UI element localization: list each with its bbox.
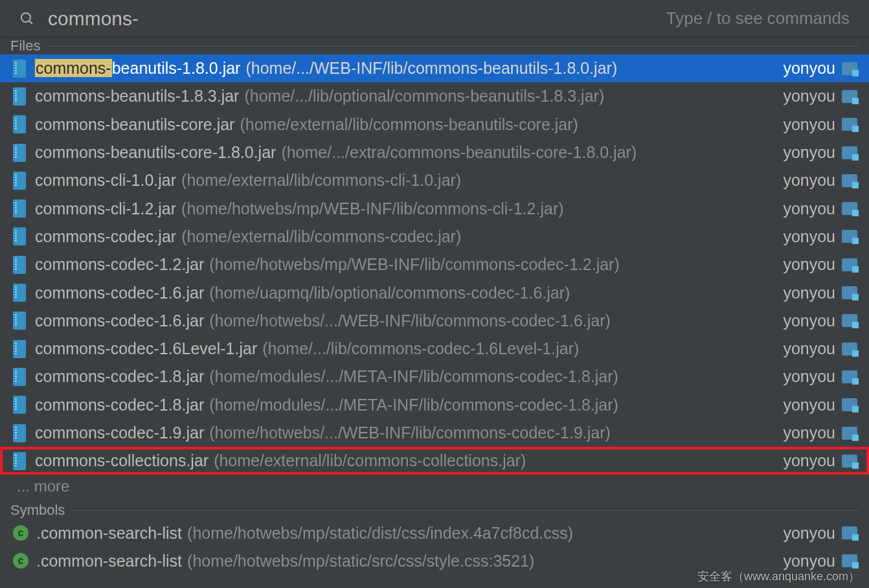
archive-file-icon [13,284,26,302]
module-folder-icon [842,526,857,539]
file-row[interactable]: commons-codec-1.8.jar(home/modules/.../M… [0,391,869,419]
file-row[interactable]: commons-beanutils-1.8.3.jar(home/.../lib… [0,82,869,110]
symbols-section-header: Symbols [0,502,869,519]
file-label: commons-codec-1.6Level-1.jar(home/.../li… [35,339,773,358]
file-label: commons-beanutils-1.8.3.jar(home/.../lib… [35,87,773,106]
symbol-label: .common-search-list(home/hotwebs/mp/stat… [36,552,773,571]
search-input[interactable] [48,8,666,30]
archive-file-icon [13,144,26,162]
module-indicator: yonyou [783,396,857,414]
module-indicator: yonyou [783,311,857,330]
svg-line-1 [29,21,32,24]
module-folder-icon [842,230,857,243]
module-indicator: yonyou [783,424,857,442]
symbols-results: c.common-search-list(home/hotwebs/mp/sta… [0,519,869,575]
file-row[interactable]: commons-codec.jar(home/external/lib/comm… [0,223,869,251]
file-label: commons-codec-1.9.jar(home/hotwebs/.../W… [35,424,773,442]
section-label: Symbols [10,502,65,519]
symbol-row[interactable]: c.common-search-list(home/hotwebs/mp/sta… [0,519,869,547]
file-row[interactable]: commons-codec-1.8.jar(home/modules/.../M… [0,363,869,390]
module-folder-icon [842,174,857,187]
archive-file-icon [13,340,26,358]
archive-file-icon [13,311,26,330]
module-indicator: yonyou [783,87,857,106]
file-row[interactable]: commons-beanutils-core.jar(home/external… [0,111,869,139]
module-indicator: yonyou [783,171,857,190]
module-indicator: yonyou [783,284,857,302]
section-label: Files [10,38,40,54]
module-indicator: yonyou [783,199,857,218]
module-indicator: yonyou [783,255,857,274]
search-bar: Type / to see commands [0,0,869,38]
archive-file-icon [13,172,26,190]
file-label: commons-codec-1.6.jar(home/hotwebs/.../W… [35,311,773,330]
file-label: commons-cli-1.0.jar(home/external/lib/co… [35,171,773,190]
module-folder-icon [842,118,857,131]
divider [71,510,859,511]
file-row[interactable]: commons-collections.jar(home/external/li… [0,447,869,475]
module-folder-icon [842,258,857,271]
module-indicator: yonyou [783,367,857,386]
file-label: commons-beanutils-core-1.8.0.jar(home/..… [35,143,773,162]
svg-point-0 [21,13,30,22]
module-folder-icon [842,314,857,327]
module-folder-icon [842,146,857,159]
archive-file-icon [13,396,26,414]
file-label: commons-codec-1.6.jar(home/uapmq/lib/opt… [35,284,773,302]
file-label: commons-beanutils-core.jar(home/external… [35,115,773,134]
archive-file-icon [13,115,26,133]
module-indicator: yonyou [783,227,857,246]
file-row[interactable]: commons-codec-1.6Level-1.jar(home/.../li… [0,335,869,363]
file-row[interactable]: commons-beanutils-core-1.8.0.jar(home/..… [0,139,869,166]
module-folder-icon [842,202,857,215]
divider [47,46,859,47]
file-label: commons-codec-1.2.jar(home/hotwebs/mp/WE… [35,255,773,274]
files-section-header: Files [0,38,869,54]
module-indicator: yonyou [783,115,857,134]
module-folder-icon [842,370,857,383]
file-label: commons-cli-1.2.jar(home/hotwebs/mp/WEB-… [35,199,773,218]
file-label: commons-codec.jar(home/external/lib/comm… [35,227,773,246]
css-class-icon: c [13,525,28,541]
symbol-label: .common-search-list(home/hotwebs/mp/stat… [36,524,773,543]
archive-file-icon [13,60,26,78]
file-label: commons-codec-1.8.jar(home/modules/.../M… [35,367,773,386]
more-row[interactable]: ... more [0,475,869,502]
file-label: commons-collections.jar(home/external/li… [35,451,773,470]
archive-file-icon [13,452,26,470]
module-folder-icon [842,62,857,75]
module-folder-icon [842,286,857,299]
module-folder-icon [842,455,857,468]
file-row[interactable]: commons-beanutils-1.8.0.jar(home/.../WEB… [0,54,869,82]
css-class-icon: c [13,553,28,569]
module-folder-icon [842,343,857,356]
search-hint: Type / to see commands [666,8,850,28]
file-row[interactable]: commons-codec-1.6.jar(home/hotwebs/.../W… [0,307,869,335]
file-row[interactable]: commons-cli-1.0.jar(home/external/lib/co… [0,166,869,194]
file-row[interactable]: commons-cli-1.2.jar(home/hotwebs/mp/WEB-… [0,194,869,222]
file-row[interactable]: commons-codec-1.2.jar(home/hotwebs/mp/WE… [0,251,869,278]
module-indicator: yonyou [783,524,857,543]
archive-file-icon [13,87,26,106]
file-label: commons-beanutils-1.8.0.jar(home/.../WEB… [35,59,773,78]
file-row[interactable]: commons-codec-1.9.jar(home/hotwebs/.../W… [0,419,869,447]
module-indicator: yonyou [783,59,857,78]
archive-file-icon [13,424,26,442]
file-label: commons-codec-1.8.jar(home/modules/.../M… [35,396,773,414]
search-icon [18,11,36,27]
module-folder-icon [842,90,857,103]
watermark: 安全客（www.anquanke.com） [697,569,860,584]
archive-file-icon [13,199,26,218]
archive-file-icon [13,256,26,274]
module-indicator: yonyou [783,143,857,162]
module-folder-icon [842,554,857,567]
module-indicator: yonyou [783,451,857,470]
module-folder-icon [842,398,857,411]
module-folder-icon [842,427,857,440]
files-results: commons-beanutils-1.8.0.jar(home/.../WEB… [0,54,869,475]
archive-file-icon [13,227,26,245]
module-indicator: yonyou [783,552,857,571]
file-row[interactable]: commons-codec-1.6.jar(home/uapmq/lib/opt… [0,278,869,306]
module-indicator: yonyou [783,339,857,358]
archive-file-icon [13,368,26,386]
